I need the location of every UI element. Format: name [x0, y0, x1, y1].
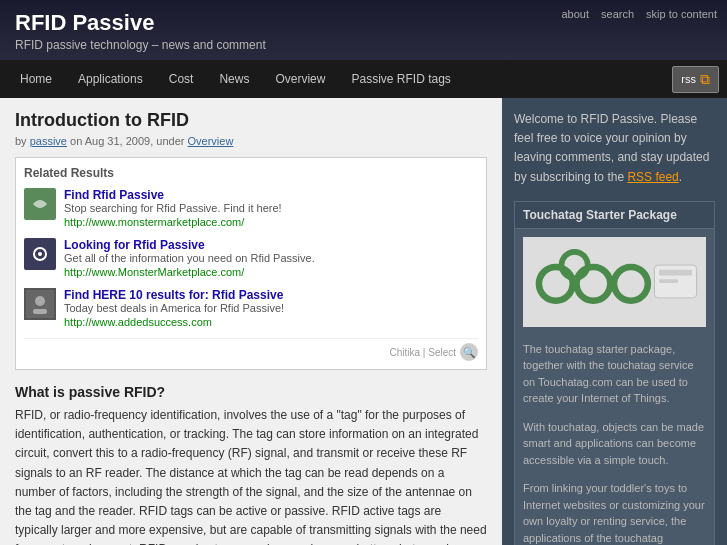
rr-link-3[interactable]: Find HERE 10 results for: Rfid Passive	[64, 288, 284, 302]
nav-cost[interactable]: Cost	[157, 62, 206, 96]
nav-home[interactable]: Home	[8, 62, 64, 96]
main-content: Introduction to RFID by passive on Aug 3…	[0, 98, 502, 545]
author-link[interactable]: passive	[30, 135, 67, 147]
rr-item-2: Looking for Rfid Passive Get all of the …	[24, 238, 478, 278]
rss-button[interactable]: rss ⧉	[672, 66, 719, 93]
svg-rect-4	[33, 309, 47, 314]
rr-desc-2: Get all of the information you need on R…	[64, 252, 315, 264]
welcome-box: Welcome to RFID Passive. Please feel fre…	[514, 110, 715, 187]
nav-passive-rfid-tags[interactable]: Passive RFID tags	[339, 62, 462, 96]
article-byline: by passive on Aug 31, 2009, under Overvi…	[15, 135, 487, 147]
category-link[interactable]: Overview	[187, 135, 233, 147]
nav-overview[interactable]: Overview	[263, 62, 337, 96]
rr-url-3: http://www.addedsuccess.com	[64, 316, 284, 328]
rr-thumb-2	[24, 238, 56, 270]
search-icon: 🔍	[460, 343, 478, 361]
rr-thumb-1	[24, 188, 56, 220]
related-results-box: Related Results Find Rfid Passive Stop s…	[15, 157, 487, 370]
rr-item-3: Find HERE 10 results for: Rfid Passive T…	[24, 288, 478, 328]
rr-thumb-3	[24, 288, 56, 320]
rr-link-1[interactable]: Find Rfid Passive	[64, 188, 282, 202]
rss-feed-link[interactable]: RSS feed	[627, 170, 678, 184]
product-desc-1: The touchatag starter package, together …	[515, 335, 714, 413]
rr-desc-1: Stop searching for Rfid Passive. Find it…	[64, 202, 282, 214]
sidebar: Welcome to RFID Passive. Please feel fre…	[502, 98, 727, 545]
what-is-title: What is passive RFID?	[15, 384, 487, 400]
site-tagline: RFID passive technology – news and comme…	[15, 38, 712, 52]
product-image	[523, 237, 706, 327]
page-header: about search skip to content RFID Passiv…	[0, 0, 727, 60]
rr-text-3: Find HERE 10 results for: Rfid Passive T…	[64, 288, 284, 328]
rr-item-1: Find Rfid Passive Stop searching for Rfi…	[24, 188, 478, 228]
rr-text-1: Find Rfid Passive Stop searching for Rfi…	[64, 188, 282, 228]
nav-links: Home Applications Cost News Overview Pas…	[8, 62, 463, 96]
what-is-body: RFID, or radio-frequency identification,…	[15, 406, 487, 545]
nav-applications[interactable]: Applications	[66, 62, 155, 96]
main-layout: Introduction to RFID by passive on Aug 3…	[0, 98, 727, 545]
rr-footer: Chitika | Select 🔍	[24, 338, 478, 361]
rss-icon: ⧉	[700, 71, 710, 88]
svg-point-3	[35, 296, 45, 306]
search-link[interactable]: search	[601, 8, 634, 20]
product-desc-3: From linking your toddler's toys to Inte…	[515, 474, 714, 545]
skip-link[interactable]: skip to content	[646, 8, 717, 20]
top-nav: about search skip to content	[562, 8, 718, 20]
main-nav: Home Applications Cost News Overview Pas…	[0, 60, 727, 98]
rr-desc-3: Today best deals in America for Rfid Pas…	[64, 302, 284, 314]
svg-rect-11	[659, 270, 692, 276]
svg-rect-12	[659, 279, 678, 283]
product-box: Touchatag Starter Package The touchatag …	[514, 201, 715, 545]
rr-footer-text: Chitika | Select	[389, 347, 456, 358]
welcome-text: Welcome to RFID Passive. Please feel fre…	[514, 112, 709, 184]
product-title: Touchatag Starter Package	[515, 202, 714, 229]
svg-point-1	[38, 252, 42, 256]
rr-link-2[interactable]: Looking for Rfid Passive	[64, 238, 315, 252]
related-results-title: Related Results	[24, 166, 478, 180]
article-title: Introduction to RFID	[15, 110, 487, 131]
rr-url-2: http://www.MonsterMarketplace.com/	[64, 266, 315, 278]
rss-label: rss	[681, 73, 696, 85]
rr-url-1: http://www.monstermarketplace.com/	[64, 216, 282, 228]
rr-text-2: Looking for Rfid Passive Get all of the …	[64, 238, 315, 278]
product-desc-2: With touchatag, objects can be made smar…	[515, 413, 714, 475]
about-link[interactable]: about	[562, 8, 590, 20]
nav-news[interactable]: News	[207, 62, 261, 96]
